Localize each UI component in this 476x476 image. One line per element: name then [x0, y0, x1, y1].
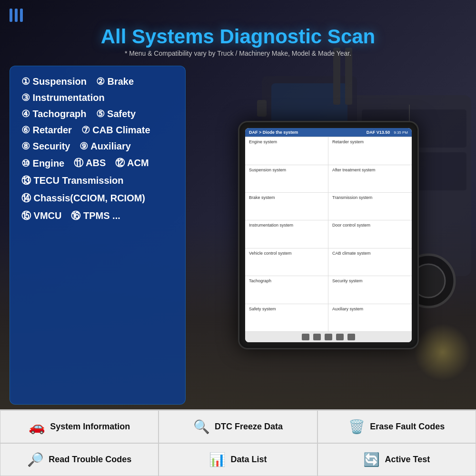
tablet-header-bar: DAF > Diode the system DAF V13.50 9:35 P…: [245, 128, 412, 137]
tablet-screen: DAF > Diode the system DAF V13.50 9:35 P…: [245, 128, 412, 342]
feature-engine: ⑩ Engine: [21, 158, 64, 169]
feature-retarder: ⑥ Retarder: [21, 124, 72, 136]
feature-row-6: ⑩ Engine ⑪ ABS ⑫ ACM: [21, 157, 174, 169]
active-test-label: Active Test: [385, 455, 430, 465]
feature-row-9: ⑮ VMCU ⑯ TPMS ...: [21, 209, 174, 222]
tablet-version: DAF V13.50: [367, 130, 390, 135]
tablet-breadcrumb: DAF > Diode the system: [249, 130, 298, 135]
tablet-cell-tachograph[interactable]: Tachograph: [245, 276, 328, 304]
read-trouble-label: Read Trouble Codes: [49, 455, 131, 465]
feature-chassis: ⑭ Chassis(CCIOM, RCIOM): [21, 192, 145, 205]
header: All Systems Diagnostic Scan * Menu & Com…: [0, 0, 476, 61]
dtc-freeze-button[interactable]: 🔍 DTC Freeze Data: [159, 410, 317, 443]
tablet-time: 9:35 PM: [394, 130, 408, 135]
page-title: All Systems Diagnostic Scan: [10, 26, 466, 48]
tablet-system-grid: Engine system Retarder system Suspension…: [245, 137, 412, 332]
feature-row-2: ③ Instrumentation: [21, 92, 174, 103]
feature-abs: ⑪ ABS: [74, 157, 106, 169]
system-info-icon: 🚗: [29, 419, 45, 435]
feature-cab-climate: ⑦ CAB Climate: [81, 124, 150, 136]
main-content: All Systems Diagnostic Scan * Menu & Com…: [0, 0, 476, 476]
features-panel: ① Suspension ② Brake ③ Instrumentation ④…: [10, 66, 186, 405]
tablet-cell-auxiliary-sys[interactable]: Auxiliary system: [328, 304, 412, 332]
tablet-nav-search[interactable]: [313, 334, 321, 340]
feature-brake: ② Brake: [96, 76, 134, 87]
tablet-cell-engine[interactable]: Engine system: [245, 137, 328, 165]
bottom-function-bar: 🚗 System Information 🔍 DTC Freeze Data 🗑…: [0, 409, 476, 476]
icon-bar-1: [10, 9, 12, 22]
read-trouble-icon: 🔎: [27, 452, 44, 467]
icon-bar-2: [15, 9, 18, 22]
feature-row-3: ④ Tachograph ⑤ Safety: [21, 108, 174, 119]
feature-row-7: ⑬ TECU Transmission: [21, 174, 174, 187]
erase-fault-button[interactable]: 🗑️ Erase Fault Codes: [317, 410, 476, 443]
feature-suspension: ① Suspension: [21, 76, 87, 87]
feature-vmcu: ⑮ VMCU: [21, 209, 61, 222]
data-list-label: Data List: [230, 455, 267, 465]
body-area: ① Suspension ② Brake ③ Instrumentation ④…: [0, 61, 476, 409]
tablet-cell-door[interactable]: Door control system: [328, 220, 412, 248]
dtc-freeze-icon: 🔍: [193, 419, 210, 435]
feature-acm: ⑫ ACM: [115, 157, 149, 169]
read-trouble-button[interactable]: 🔎 Read Trouble Codes: [0, 443, 159, 476]
feature-instrumentation: ③ Instrumentation: [21, 92, 105, 103]
feature-tecu: ⑬ TECU Transmission: [21, 174, 124, 187]
active-test-icon: 🔄: [363, 452, 380, 467]
dtc-freeze-label: DTC Freeze Data: [215, 422, 283, 432]
header-icon-bars: [10, 9, 466, 22]
feature-row-1: ① Suspension ② Brake: [21, 76, 174, 87]
tablet-cell-suspension[interactable]: Suspension system: [245, 165, 328, 193]
tablet-cell-vehicle-control[interactable]: Vehicle control system: [245, 248, 328, 276]
page-subtitle: * Menu & Compatibility vary by Truck / M…: [10, 50, 466, 57]
feature-row-8: ⑭ Chassis(CCIOM, RCIOM): [21, 192, 174, 205]
tablet-cell-instrumentation[interactable]: Instrumentation system: [245, 220, 328, 248]
tablet-cell-aftertreatment[interactable]: After treatment system: [328, 165, 412, 193]
tablet-nav-home[interactable]: [336, 334, 344, 340]
tablet-cell-transmission[interactable]: Transmission system: [328, 193, 412, 220]
tablet-area: DAF > Diode the system DAF V13.50 9:35 P…: [190, 66, 466, 405]
tablet-device: DAF > Diode the system DAF V13.50 9:35 P…: [238, 121, 419, 349]
tablet-cell-security-sys[interactable]: Security system: [328, 276, 412, 304]
feature-row-4: ⑥ Retarder ⑦ CAB Climate: [21, 124, 174, 136]
feature-auxiliary: ⑨ Auxiliary: [79, 140, 130, 152]
feature-safety: ⑤ Safety: [96, 108, 136, 119]
tablet-nav-back[interactable]: [302, 334, 309, 340]
tablet-nav-settings[interactable]: [347, 334, 355, 340]
system-info-button[interactable]: 🚗 System Information: [0, 410, 159, 443]
tablet-cell-retarder[interactable]: Retarder system: [328, 137, 412, 165]
erase-fault-label: Erase Fault Codes: [370, 422, 445, 432]
feature-tachograph: ④ Tachograph: [21, 108, 87, 119]
tablet-footer: [245, 332, 412, 342]
tablet-cell-cab-climate[interactable]: CAB climate system: [328, 248, 412, 276]
tablet-cell-brake[interactable]: Brake system: [245, 193, 328, 220]
data-list-icon: 📊: [209, 452, 226, 467]
system-info-label: System Information: [50, 422, 130, 432]
tablet-nav-up[interactable]: [325, 334, 332, 340]
tablet-cell-safety[interactable]: Safety system: [245, 304, 328, 332]
feature-row-5: ⑧ Security ⑨ Auxiliary: [21, 140, 174, 152]
erase-fault-icon: 🗑️: [348, 419, 365, 435]
feature-security: ⑧ Security: [21, 140, 70, 152]
feature-tpms: ⑯ TPMS ...: [71, 209, 120, 222]
active-test-button[interactable]: 🔄 Active Test: [317, 443, 476, 476]
data-list-button[interactable]: 📊 Data List: [159, 443, 317, 476]
icon-bar-3: [20, 9, 23, 22]
